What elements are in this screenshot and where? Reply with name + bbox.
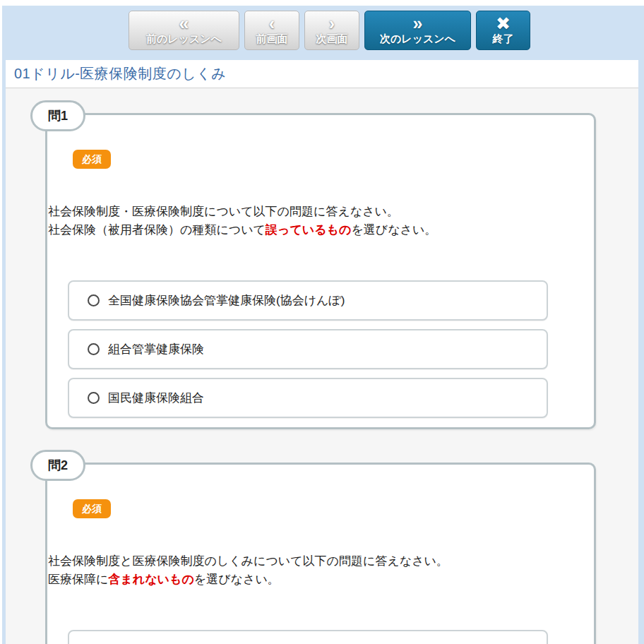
question-1-card: 問1 必須 社会保険制度・医療保険制度について以下の問題に答えなさい。 社会保険… [45,113,596,429]
next-lesson-button[interactable]: » 次のレッスンへ [364,11,471,50]
question-1-line2-post: を選びなさい。 [351,223,436,237]
required-badge: 必須 [73,150,111,169]
option-label: 組合管掌健康保険 [108,341,204,357]
page-panel: 01ドリル-医療保険制度のしくみ 問1 必須 社会保険制度・医療保険制度について… [6,60,638,644]
exit-button[interactable]: ✖ 終了 [476,11,530,50]
title-bar: 01ドリル-医療保険制度のしくみ [6,60,638,88]
question-2-line2-post: を選びなさい。 [194,573,280,586]
answer-option[interactable]: 全国健康保険協会管掌健康保険(協会けんぽ) [68,280,548,321]
answer-option[interactable] [68,630,548,644]
double-chevron-right-icon: » [413,16,423,32]
question-1-line2-pre: 社会保険（被用者保険）の種類について [48,223,266,237]
prev-screen-button[interactable]: ‹ 前画面 [244,11,299,50]
question-1-emphasis: 誤っているもの [266,223,351,237]
question-2-options [68,630,548,644]
question-2-number-badge: 問2 [30,450,85,481]
next-screen-button[interactable]: › 次画面 [304,11,359,50]
chevron-right-icon: › [329,16,335,32]
required-badge: 必須 [73,499,111,518]
quiz-content: 問1 必須 社会保険制度・医療保険制度について以下の問題に答えなさい。 社会保険… [6,88,638,644]
radio-button[interactable] [88,294,100,306]
question-2-text: 社会保険制度と医療保険制度のしくみについて以下の問題に答えなさい。 医療保障に含… [48,552,594,589]
answer-option[interactable]: 組合管掌健康保険 [68,329,548,369]
navigation-toolbar: « 前のレッスンへ ‹ 前画面 › 次画面 » 次のレッスンへ ✖ 終了 [129,11,530,50]
next-screen-label: 次画面 [316,32,348,45]
answer-option[interactable]: 国民健康保険組合 [68,378,548,418]
question-1-line1: 社会保険制度・医療保険制度について以下の問題に答えなさい。 [48,205,399,218]
question-1-text: 社会保険制度・医療保険制度について以下の問題に答えなさい。 社会保険（被用者保険… [48,203,594,239]
prev-lesson-label: 前のレッスンへ [146,32,222,45]
question-2-card: 問2 必須 社会保険制度と医療保険制度のしくみについて以下の問題に答えなさい。 … [45,463,596,644]
option-label: 国民健康保険組合 [108,390,204,406]
radio-button[interactable] [88,392,100,404]
option-label: 全国健康保険協会管掌健康保険(協会けんぽ) [108,292,345,309]
question-1-number-badge: 問1 [30,100,85,131]
question-2-line1: 社会保険制度と医療保険制度のしくみについて以下の問題に答えなさい。 [48,554,448,568]
double-chevron-left-icon: « [179,16,189,32]
quiz-page: « 前のレッスンへ ‹ 前画面 › 次画面 » 次のレッスンへ ✖ 終了 01ド… [0,0,644,644]
question-1-options: 全国健康保険協会管掌健康保険(協会けんぽ) 組合管掌健康保険 国民健康保険組合 [68,280,548,418]
radio-button[interactable] [88,343,100,355]
prev-screen-label: 前画面 [256,32,288,45]
question-2-emphasis: 含まれないもの [108,573,193,586]
chevron-left-icon: ‹ [269,16,275,32]
question-2-line2-pre: 医療保障に [48,573,108,586]
close-icon: ✖ [496,16,511,32]
page-title: 01ドリル-医療保険制度のしくみ [14,64,226,83]
next-lesson-label: 次のレッスンへ [380,32,455,45]
prev-lesson-button[interactable]: « 前のレッスンへ [129,11,239,50]
exit-label: 終了 [493,32,514,45]
